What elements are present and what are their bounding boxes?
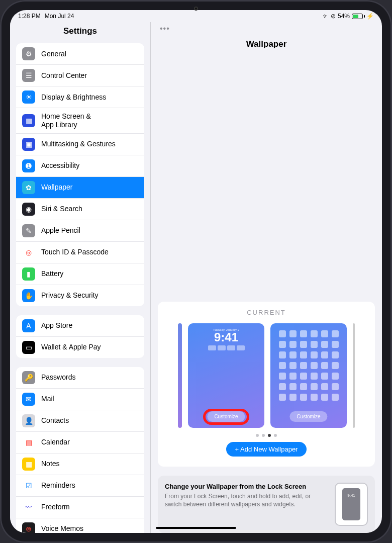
page-dot[interactable]: [274, 434, 277, 437]
sidebar-item-label: Contacts: [41, 416, 69, 425]
next-wallpaper-peek[interactable]: [353, 323, 355, 428]
sidebar-item-label: Home Screen &App Library: [41, 112, 91, 129]
sidebar-item-label: Mail: [41, 395, 54, 403]
sidebar-item-label: Privacy & Security: [41, 291, 99, 300]
general-icon: ⚙: [22, 47, 35, 60]
sidebar-item-notes[interactable]: ▦Notes: [16, 454, 144, 475]
sidebar-item-wallpaper[interactable]: ✿Wallpaper: [16, 177, 144, 199]
add-new-wallpaper-button[interactable]: + Add New Wallpaper: [226, 442, 307, 457]
rotation-lock-icon: ⊘: [331, 13, 336, 20]
sidebar-item-contacts[interactable]: 👤Contacts: [16, 410, 144, 432]
sidebar-item-label: Battery: [41, 269, 63, 278]
multitasking-icon: ▣: [22, 138, 35, 151]
status-date: Mon Jul 24: [45, 13, 74, 20]
sidebar-item-privacy[interactable]: ✋Privacy & Security: [16, 285, 144, 306]
page-dot[interactable]: [262, 434, 265, 437]
prev-wallpaper-peek[interactable]: [178, 323, 182, 428]
sidebar-item-label: General: [41, 50, 66, 58]
sidebar-item-voice-memos[interactable]: ⊜Voice Memos: [16, 518, 144, 533]
sidebar-item-multitasking[interactable]: ▣Multitasking & Gestures: [16, 134, 144, 155]
tip-body: From your Lock Screen, touch and hold to…: [165, 492, 328, 508]
sidebar-item-app-store[interactable]: AApp Store: [16, 315, 144, 337]
wallpaper-icon: ✿: [22, 181, 35, 194]
sidebar-item-label: Apple Pencil: [41, 226, 80, 235]
sidebar-item-home-screen[interactable]: ▦Home Screen &App Library: [16, 108, 144, 134]
sidebar-item-label: Wallet & Apple Pay: [41, 343, 101, 351]
sidebar-item-label: App Store: [41, 321, 72, 330]
sidebar-item-label: Control Center: [41, 71, 87, 80]
sidebar-item-accessibility[interactable]: ➊Accessibility: [16, 155, 144, 177]
page-dot[interactable]: [256, 434, 259, 437]
settings-sidebar: Settings ⚙General☰Control Center☀Display…: [10, 22, 151, 533]
freeform-icon: 〰: [22, 501, 35, 514]
sidebar-item-label: Wallpaper: [41, 183, 73, 192]
battery-icon: ⚡: [352, 13, 374, 20]
status-time: 1:28 PM: [18, 13, 41, 20]
tip-card: Change your Wallpaper from the Lock Scre…: [158, 476, 375, 533]
page-title: Wallpaper: [151, 38, 382, 302]
app-store-icon: A: [22, 319, 35, 332]
sidebar-item-label: Notes: [41, 460, 60, 468]
page-dot[interactable]: [268, 434, 271, 437]
sidebar-item-label: Multitasking & Gestures: [41, 140, 116, 148]
sidebar-item-control-center[interactable]: ☰Control Center: [16, 65, 144, 86]
sidebar-item-label: Display & Brightness: [41, 93, 106, 102]
voice-memos-icon: ⊜: [22, 522, 35, 533]
sidebar-item-siri[interactable]: ◉Siri & Search: [16, 199, 144, 220]
status-bar: 1:28 PM Mon Jul 24 ᯤ ⊘ 54% ⚡: [10, 10, 382, 22]
sidebar-item-label: Touch ID & Passcode: [41, 248, 109, 256]
more-icon[interactable]: •••: [160, 24, 170, 33]
battery-pct: 54%: [338, 13, 350, 20]
accessibility-icon: ➊: [22, 159, 35, 172]
customize-lock-button[interactable]: Customize: [207, 411, 245, 422]
sidebar-item-battery[interactable]: ▮Battery: [16, 263, 144, 285]
sidebar-item-freeform[interactable]: 〰Freeform: [16, 497, 144, 518]
wallpaper-detail: ••• Wallpaper CURRENT Tuesday, January 2…: [151, 22, 382, 533]
sidebar-item-general[interactable]: ⚙General: [16, 43, 144, 65]
home-screen-preview[interactable]: Customize: [270, 323, 347, 428]
sidebar-item-label: Passwords: [41, 373, 75, 382]
customize-home-button[interactable]: Customize: [289, 411, 327, 422]
lock-time: 9:41: [214, 331, 238, 343]
sidebar-item-calendar[interactable]: ▤Calendar: [16, 432, 144, 454]
mail-icon: ✉: [22, 393, 35, 406]
camera: [194, 7, 198, 11]
siri-icon: ◉: [22, 203, 35, 216]
privacy-icon: ✋: [22, 289, 35, 302]
sidebar-item-touch-id[interactable]: ◎Touch ID & Passcode: [16, 242, 144, 263]
sidebar-item-label: Reminders: [41, 481, 75, 490]
reminders-icon: ☑: [22, 479, 35, 492]
sidebar-item-display[interactable]: ☀Display & Brightness: [16, 86, 144, 108]
apple-pencil-icon: ✎: [22, 224, 35, 237]
sidebar-item-label: Freeform: [41, 503, 70, 511]
battery-icon: ▮: [22, 267, 35, 281]
current-wallpaper-card: CURRENT Tuesday, January 2 9:41 Customiz…: [158, 302, 375, 467]
tip-title: Change your Wallpaper from the Lock Scre…: [165, 483, 328, 490]
sidebar-item-mail[interactable]: ✉Mail: [16, 389, 144, 410]
contacts-icon: 👤: [22, 414, 35, 427]
passwords-icon: 🔑: [22, 371, 35, 384]
sidebar-item-apple-pencil[interactable]: ✎Apple Pencil: [16, 220, 144, 242]
sidebar-item-label: Accessibility: [41, 161, 79, 170]
wallet-icon: ▭: [22, 341, 35, 354]
sidebar-item-wallet[interactable]: ▭Wallet & Apple Pay: [16, 337, 144, 358]
display-icon: ☀: [22, 90, 35, 104]
home-screen-icon: ▦: [22, 114, 35, 127]
sidebar-item-label: Calendar: [41, 438, 70, 446]
wifi-icon: ᯤ: [323, 13, 329, 20]
sidebar-item-label: Voice Memos: [41, 524, 83, 533]
page-dots[interactable]: [165, 434, 368, 437]
sidebar-item-label: Siri & Search: [41, 205, 82, 213]
lock-screen-preview[interactable]: Tuesday, January 2 9:41 Customize: [188, 323, 264, 428]
sidebar-item-reminders[interactable]: ☑Reminders: [16, 475, 144, 497]
sidebar-item-passwords[interactable]: 🔑Passwords: [16, 367, 144, 389]
tip-illustration: 9:41: [335, 483, 368, 526]
sidebar-title: Settings: [10, 22, 150, 43]
touch-id-icon: ◎: [22, 246, 35, 259]
home-indicator[interactable]: [156, 527, 236, 529]
control-center-icon: ☰: [22, 69, 35, 82]
calendar-icon: ▤: [22, 436, 35, 449]
notes-icon: ▦: [22, 458, 35, 471]
current-label: CURRENT: [165, 309, 368, 316]
